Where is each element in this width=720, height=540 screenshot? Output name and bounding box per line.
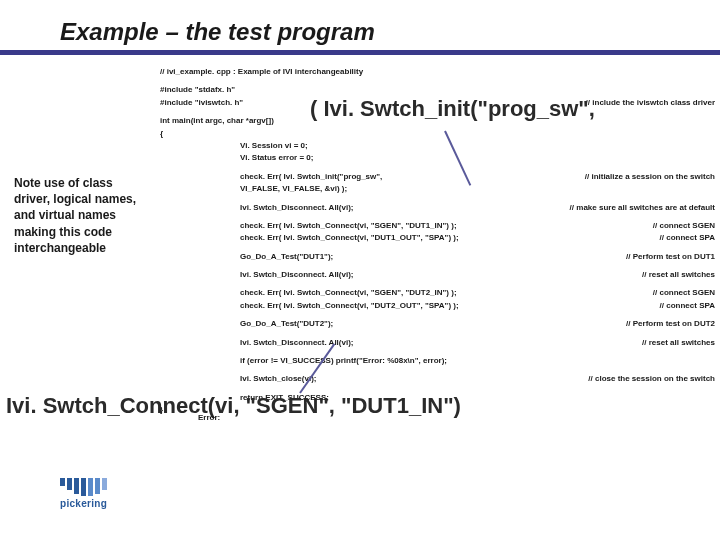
code-line: #include "iviswtch. h": [160, 97, 243, 109]
code-line: Go_Do_A_Test("DUT2");: [240, 318, 333, 330]
code-line: check. Err( Ivi. Swtch_Connect(vi, "SGEN…: [240, 287, 457, 299]
code-line: Ivi. Swtch_Disconnect. All(vi);: [240, 337, 354, 349]
code-line: {: [160, 128, 163, 140]
code-line: Ivi. Swtch_Disconnect. All(vi);: [240, 269, 354, 281]
callout-init: ( Ivi. Swtch_init("prog_sw",: [310, 96, 595, 122]
code-line: Vi. Status error = 0;: [240, 152, 313, 164]
code-line: #include "stdafx. h": [160, 84, 235, 96]
code-comment: // Perform test on DUT1: [606, 251, 715, 263]
code-line: if (error != VI_SUCCESS) printf("Error: …: [240, 355, 447, 367]
code-comment: // close the session on the switch: [568, 373, 715, 385]
code-line: check. Err( Ivi. Swtch_Connect(vi, "SGEN…: [240, 220, 457, 232]
code-line: check. Err( Ivi. Swtch_Connect(vi, "DUT2…: [240, 300, 459, 312]
code-comment: // initialize a session on the switch: [565, 171, 715, 183]
code-line: Ivi. Swtch_Disconnect. All(vi);: [240, 202, 354, 214]
code-comment: // Perform test on DUT2: [606, 318, 715, 330]
code-line: int main(int argc, char *argv[]): [160, 115, 274, 127]
code-comment: // reset all switches: [622, 269, 715, 281]
code-comment: // connect SGEN: [633, 287, 715, 299]
annotation-note: Note use of class driver, logical names,…: [14, 175, 149, 256]
title-underline: [0, 50, 720, 55]
code-line: check. Err( Ivi. Swtch_Connect(vi, "DUT1…: [240, 232, 459, 244]
code-line: Go_Do_A_Test("DUT1");: [240, 251, 333, 263]
code-comment: // connect SGEN: [633, 220, 715, 232]
error-label: Error:: [198, 413, 220, 422]
code-comment: // connect SPA: [640, 300, 715, 312]
code-comment: // reset all switches: [622, 337, 715, 349]
code-line: Vi. Session vi = 0;: [240, 140, 308, 152]
code-comment: // connect SPA: [640, 232, 715, 244]
logo-bars-icon: [60, 478, 148, 496]
code-line: VI_FALSE, VI_FALSE, &vi) );: [240, 183, 347, 195]
callout-connect: Ivi. Swtch_Connect(vi, "SGEN", "DUT1_IN"…: [6, 393, 461, 419]
slide-title: Example – the test program: [60, 18, 375, 46]
code-line: check. Err( Ivi. Swtch_init("prog_sw",: [240, 171, 382, 183]
pickering-logo: pickering: [60, 478, 148, 510]
code-comment: // make sure all switches are at default: [550, 202, 715, 214]
code-line: // ivi_example. cpp : Example of IVI int…: [160, 66, 363, 78]
logo-text: pickering: [60, 498, 148, 509]
